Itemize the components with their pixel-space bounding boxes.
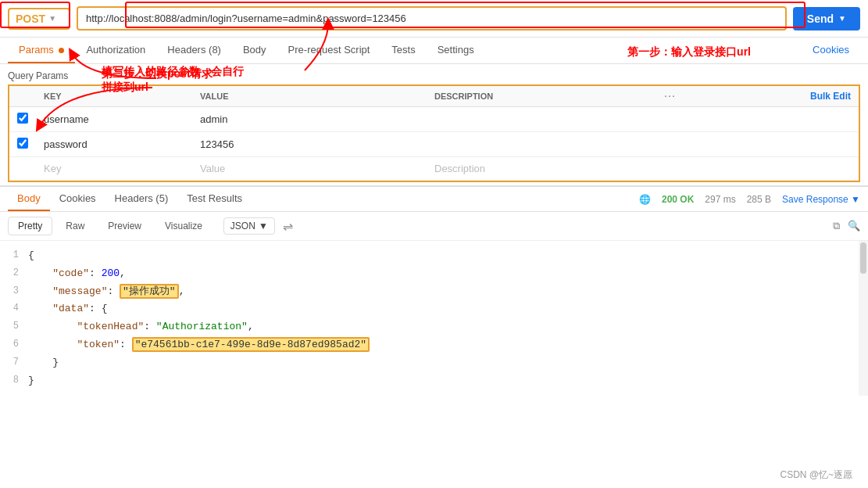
tab-body[interactable]: Body xyxy=(232,38,277,63)
query-params-area: Query Params 填写传入的路径参数，会自行 拼接到url KEY VA… xyxy=(0,64,868,182)
scrollbar-thumb[interactable] xyxy=(860,242,866,274)
query-params-label: Query Params xyxy=(0,64,868,84)
code-line-7: 7 } xyxy=(0,354,868,372)
resp-tab-body[interactable]: Body xyxy=(8,187,50,211)
format-preview-button[interactable]: Preview xyxy=(98,217,152,235)
filter-icon[interactable]: ⇌ xyxy=(283,219,293,234)
row2-value: 123456 xyxy=(192,132,427,157)
empty-key[interactable]: Key xyxy=(36,157,192,181)
empty-row: Key Value Description xyxy=(9,157,859,181)
tab-headers[interactable]: Headers (8) xyxy=(156,38,232,63)
table-row: password 123456 xyxy=(9,132,859,157)
empty-value[interactable]: Value xyxy=(192,157,427,181)
resp-tab-headers[interactable]: Headers (5) xyxy=(105,187,178,211)
col-dots: ··· xyxy=(655,86,686,107)
watermark: CSDN @忆~逐愿 xyxy=(780,468,852,482)
method-select[interactable]: POST ▼ xyxy=(8,8,70,30)
response-tabs-row: Body Cookies Headers (5) Test Results 🌐 … xyxy=(0,187,868,212)
params-active-dot xyxy=(59,48,64,53)
row1-checkbox[interactable] xyxy=(17,113,28,124)
tab-tests[interactable]: Tests xyxy=(380,38,426,63)
code-line-2: 2 "code": 200, xyxy=(0,265,868,283)
row1-key: username xyxy=(36,107,192,132)
save-response-chevron-icon: ▼ xyxy=(851,194,860,205)
method-chevron-icon: ▼ xyxy=(48,14,56,23)
col-value: VALUE xyxy=(192,86,427,107)
resp-tab-cookies[interactable]: Cookies xyxy=(50,187,105,211)
row2-desc xyxy=(427,132,655,157)
code-line-6: 6 "token": "e74561bb-c1e7-499e-8d9e-8d87… xyxy=(0,336,868,354)
tab-pre-request[interactable]: Pre-request Script xyxy=(277,38,381,63)
response-size: 285 B xyxy=(747,194,771,205)
tab-authorization[interactable]: Authorization xyxy=(75,38,156,63)
annotation-step1: 第一步：输入登录接口url xyxy=(627,45,751,59)
row2-checkbox[interactable] xyxy=(17,138,28,149)
col-description: DESCRIPTION xyxy=(427,86,655,107)
code-area: 1 { 2 "code": 200, 3 "message": "操作成功", … xyxy=(0,241,868,396)
code-line-4: 4 "data": { xyxy=(0,300,868,318)
code-line-8: 8 } xyxy=(0,372,868,390)
json-chevron-icon: ▼ xyxy=(259,221,268,231)
request-bar: POST ▼ Send ▼ xyxy=(0,0,868,38)
col-key: KEY xyxy=(36,86,192,107)
search-icon[interactable]: 🔍 xyxy=(848,220,860,232)
json-format-select[interactable]: JSON ▼ xyxy=(223,217,275,235)
globe-icon: 🌐 xyxy=(639,194,651,205)
params-table: KEY VALUE DESCRIPTION ··· Bulk Edit user… xyxy=(9,86,859,181)
format-pretty-button[interactable]: Pretty xyxy=(8,217,52,235)
col-bulk-edit[interactable]: Bulk Edit xyxy=(686,86,859,107)
response-toolbar: Pretty Raw Preview Visualize JSON ▼ ⇌ ⧉ … xyxy=(0,212,868,241)
send-chevron-icon: ▼ xyxy=(838,14,846,23)
scrollbar[interactable] xyxy=(859,241,868,396)
tab-params[interactable]: Params xyxy=(8,38,75,63)
tab-cookies[interactable]: Cookies xyxy=(802,38,860,63)
resp-tab-test-results[interactable]: Test Results xyxy=(177,187,252,211)
empty-desc: Description xyxy=(427,157,655,181)
send-button[interactable]: Send ▼ xyxy=(793,7,860,30)
save-response-button[interactable]: Save Response ▼ xyxy=(782,194,860,205)
params-table-wrapper: KEY VALUE DESCRIPTION ··· Bulk Edit user… xyxy=(8,84,860,182)
toolbar-right-icons: ⧉ 🔍 xyxy=(833,220,860,232)
row2-key: password xyxy=(36,132,192,157)
copy-icon[interactable]: ⧉ xyxy=(833,220,840,232)
response-time: 297 ms xyxy=(705,194,735,205)
row1-desc xyxy=(427,107,655,132)
code-line-5: 5 "tokenHead": "Authorization", xyxy=(0,318,868,336)
response-status: 200 OK xyxy=(662,194,694,205)
table-row: username admin xyxy=(9,107,859,132)
method-label: POST xyxy=(16,13,45,25)
code-line-3: 3 "message": "操作成功", xyxy=(0,283,868,301)
format-visualize-button[interactable]: Visualize xyxy=(155,217,213,235)
url-input[interactable] xyxy=(77,6,787,30)
response-meta: 🌐 200 OK 297 ms 285 B Save Response ▼ xyxy=(639,194,860,205)
response-section: Body Cookies Headers (5) Test Results 🌐 … xyxy=(0,185,868,396)
tab-settings[interactable]: Settings xyxy=(427,38,485,63)
annotation-area: Params Authorization Headers (8) Body Pr… xyxy=(0,38,868,64)
format-raw-button[interactable]: Raw xyxy=(55,217,95,235)
row1-value: admin xyxy=(192,107,427,132)
code-line-1: 1 { xyxy=(0,247,868,265)
